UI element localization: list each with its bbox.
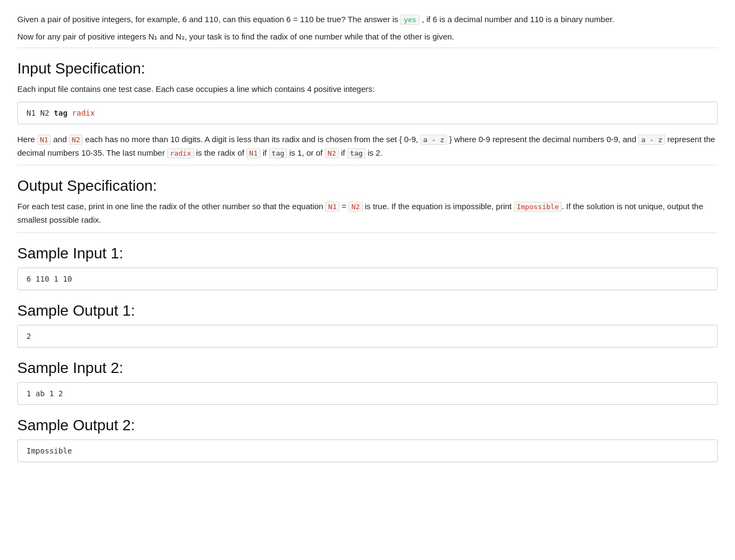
- inline-tag1: tag: [269, 148, 287, 158]
- divider-1: [17, 48, 718, 48]
- output-spec-heading: Output Specification:: [17, 177, 718, 195]
- intro-line1-after: , if 6 is a decimal number and 110 is a …: [422, 15, 614, 24]
- input-code-n1n2-tag: N1 N2: [26, 109, 54, 117]
- input-spec-desc: Here N1 and N2 each has no more than 10 …: [17, 133, 718, 160]
- input-spec-text: Each input file contains one test case. …: [17, 83, 718, 96]
- yes-badge: yes: [400, 15, 419, 25]
- input-desc-if1: if: [260, 148, 269, 157]
- divider-3: [17, 232, 718, 233]
- output-eq: =: [339, 202, 349, 211]
- output-impossible: Impossible: [514, 202, 562, 212]
- output-text-before: For each test case, print in one line th…: [17, 202, 325, 211]
- output-n2: N2: [349, 202, 363, 212]
- divider-2: [17, 165, 718, 165]
- sample-input-2-heading: Sample Input 2:: [17, 359, 718, 377]
- intro-line2: Now for any pair of positive integers N₁…: [17, 30, 718, 43]
- input-spec-heading: Input Specification:: [17, 60, 718, 77]
- input-desc-end: is 2.: [365, 148, 383, 157]
- sample-output-2-heading: Sample Output 2:: [17, 417, 718, 434]
- inline-az1: a - z: [420, 135, 447, 145]
- input-desc-here: Here: [17, 135, 37, 144]
- output-n1: N1: [325, 202, 339, 212]
- input-code-radix-red: radix: [72, 109, 95, 117]
- sample-input-1-heading: Sample Input 1:: [17, 245, 718, 262]
- sample-input-1-code-block: 6 110 1 10: [17, 268, 718, 290]
- intro-line1: Given a pair of positive integers, for e…: [17, 13, 718, 26]
- input-code-tag-bold: tag: [54, 109, 68, 117]
- input-desc-and: and: [51, 135, 69, 144]
- inline-n1b: N1: [246, 148, 260, 158]
- inline-n1: N1: [37, 135, 51, 145]
- sample-input-1-code: 6 110 1 10: [26, 275, 72, 283]
- input-spec-code-block: N1 N2 tag radix: [17, 102, 718, 124]
- sample-output-1-heading: Sample Output 1:: [17, 302, 718, 319]
- inline-az2: a - z: [638, 135, 665, 145]
- inline-tag2: tag: [348, 148, 365, 158]
- sample-output-2-code: Impossible: [26, 446, 72, 455]
- sample-output-1-code: 2: [26, 332, 31, 341]
- sample-input-2-code-block: 1 ab 1 2: [17, 382, 718, 405]
- sample-output-2-code-block: Impossible: [17, 439, 718, 462]
- input-desc-mid1: each has no more than 10 digits. A digit…: [83, 135, 420, 144]
- input-desc-mid2: } where 0-9 represent the decimal number…: [447, 135, 638, 144]
- input-desc-mid5: is 1, or of: [287, 148, 325, 157]
- inline-n2: N2: [69, 135, 83, 145]
- inline-n2b: N2: [325, 148, 339, 158]
- input-desc-if2: if: [339, 148, 348, 157]
- output-text-middle: is true. If the equation is impossible, …: [363, 202, 514, 211]
- inline-radix: radix: [167, 148, 193, 158]
- input-desc-mid4: is the radix of: [194, 148, 247, 157]
- sample-output-1-code-block: 2: [17, 325, 718, 348]
- intro-line1-before: Given a pair of positive integers, for e…: [17, 15, 398, 24]
- sample-input-2-code: 1 ab 1 2: [26, 389, 63, 398]
- output-spec-text: For each test case, print in one line th…: [17, 200, 718, 227]
